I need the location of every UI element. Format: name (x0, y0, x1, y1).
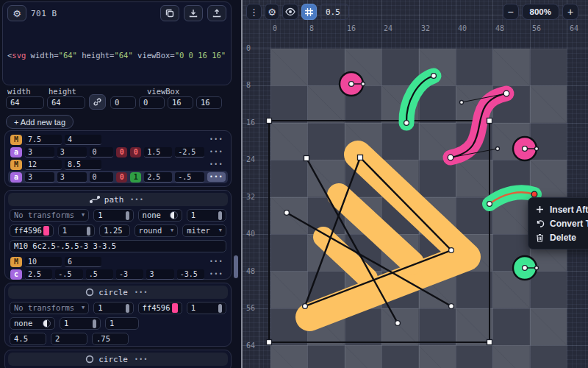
command-badge[interactable]: c (10, 269, 22, 280)
slider-knob[interactable] (126, 211, 129, 220)
command-arg[interactable]: -3 (116, 269, 143, 280)
menu-item-insert-after[interactable]: Insert After (535, 202, 588, 216)
row-menu-button[interactable] (207, 135, 226, 144)
section-menu-button[interactable] (132, 355, 151, 364)
slider-knob[interactable] (93, 319, 96, 328)
command-arg[interactable]: 1.5 (144, 147, 172, 158)
opacity-input[interactable]: 1 (93, 209, 133, 222)
command-arg[interactable]: 2.5 (144, 172, 172, 183)
more-options-button[interactable]: ⋮ (246, 4, 262, 20)
fill-opacity-input[interactable]: 1 (187, 209, 226, 222)
arc-flag[interactable]: 1 (130, 172, 141, 183)
arc-flag[interactable]: 0 (130, 147, 141, 158)
section-menu-button[interactable] (132, 288, 151, 297)
command-arg[interactable]: 3 (57, 172, 87, 183)
command-arg[interactable]: 0 (90, 172, 114, 183)
cy-input[interactable]: 2 (51, 333, 87, 345)
row-menu-button[interactable] (207, 269, 226, 279)
command-badge[interactable]: a (10, 147, 22, 158)
command-badge[interactable]: a (10, 172, 22, 183)
snap-grid-button[interactable] (301, 4, 317, 20)
command-arg[interactable]: 12 (25, 160, 62, 170)
stroke-opacity-input[interactable]: 1 (60, 317, 101, 330)
green-comma-path[interactable] (406, 76, 434, 123)
slider-knob[interactable] (218, 211, 222, 220)
stroke-width-input[interactable]: 1 (105, 317, 139, 330)
zoom-in-button[interactable]: + (562, 4, 578, 20)
command-row[interactable]: c 2.5 -.5 .5 -3 3 -3.5 (8, 268, 228, 280)
r-input[interactable]: .75 (92, 333, 129, 345)
command-arg[interactable]: .5 (86, 269, 113, 280)
viewbox-w-input[interactable]: 16 (168, 96, 193, 109)
height-input[interactable]: 64 (47, 96, 85, 109)
command-row[interactable]: M 12 8.5 (8, 158, 228, 171)
menu-item-convert-to[interactable]: Convert To (535, 216, 588, 230)
grid-size-input[interactable]: 0.5 (320, 4, 349, 20)
slider-knob[interactable] (126, 304, 129, 313)
fill-color-input[interactable]: ff4596 (138, 302, 182, 314)
zoom-level[interactable]: 800% (522, 4, 559, 20)
command-arg[interactable]: 10 (25, 257, 62, 267)
command-arg[interactable]: -3.5 (177, 269, 204, 280)
stroke-input[interactable]: none (10, 317, 55, 330)
circle-section-header[interactable]: circle (8, 286, 228, 299)
command-arg[interactable]: -.5 (175, 172, 204, 183)
settings-button[interactable]: ⚙ (7, 5, 26, 21)
command-arg[interactable]: 7.5 (25, 135, 62, 145)
command-arg[interactable]: 0 (90, 147, 114, 158)
slider-knob[interactable] (218, 304, 222, 313)
command-row[interactable]: a 3 3 0 0 0 1.5 -2.5 (8, 146, 228, 158)
command-row[interactable]: M 10 6 (8, 255, 228, 268)
stroke-color-input[interactable]: ff4596 (10, 224, 54, 237)
cx-input[interactable]: 4.5 (10, 333, 46, 345)
path-section-header[interactable]: path (8, 193, 228, 206)
command-badge[interactable]: M (10, 135, 22, 145)
command-arg[interactable]: -.5 (55, 269, 82, 280)
command-arg[interactable]: 3 (146, 269, 173, 280)
canvas-settings-button[interactable]: ⚙ (265, 4, 279, 20)
width-input[interactable]: 64 (6, 96, 44, 109)
fill-input[interactable]: none (138, 209, 182, 222)
selected-point-handle[interactable] (531, 191, 537, 197)
command-row-selected[interactable]: a 3 3 0 0 1 2.5 -.5 (8, 171, 228, 183)
command-arg[interactable]: 4 (65, 135, 101, 145)
command-arg[interactable]: 3 (57, 147, 87, 158)
command-arg[interactable]: 2.5 (25, 269, 52, 280)
row-menu-button[interactable] (207, 147, 226, 157)
color-swatch[interactable] (172, 303, 178, 313)
command-arg[interactable]: 3 (25, 147, 54, 158)
command-badge[interactable]: M (10, 160, 22, 170)
panel-scrollbar[interactable] (234, 255, 238, 278)
add-new-tag-button[interactable]: + Add new tag (6, 115, 74, 129)
link-dimensions-button[interactable] (89, 94, 106, 110)
color-swatch[interactable] (43, 226, 49, 236)
copy-button[interactable] (160, 5, 179, 21)
svg-canvas[interactable]: 0 8 16 24 32 40 48 56 64 0 8 16 24 32 40… (243, 0, 588, 368)
row-menu-button[interactable] (207, 257, 226, 266)
download-button[interactable] (184, 5, 203, 21)
arc-flag[interactable]: 0 (116, 147, 127, 158)
transforms-select[interactable]: No transforms▼ (10, 209, 89, 222)
upload-button[interactable] (207, 5, 226, 21)
viewbox-h-input[interactable]: 16 (196, 96, 222, 109)
command-arg[interactable]: 3 (25, 172, 54, 183)
stroke-width-input[interactable]: 1.25 (99, 224, 129, 237)
viewbox-y-input[interactable]: 0 (139, 96, 165, 109)
command-arg[interactable]: 6 (65, 257, 101, 267)
row-menu-button[interactable] (207, 172, 226, 182)
transforms-select[interactable]: No transforms▼ (10, 302, 89, 314)
arc-flag[interactable]: 0 (116, 172, 127, 183)
opacity-input[interactable]: 1 (93, 302, 133, 314)
command-arg[interactable]: -2.5 (175, 147, 204, 158)
preview-button[interactable] (282, 4, 298, 20)
command-badge[interactable]: M (10, 257, 22, 267)
code-editor[interactable]: <svg width="64" height="64" viewBox="0 0… (7, 24, 226, 85)
viewbox-x-input[interactable]: 0 (110, 96, 136, 109)
command-arg[interactable]: 8.5 (65, 160, 101, 170)
row-menu-button[interactable] (207, 160, 226, 169)
linejoin-select[interactable]: miter▼ (182, 224, 226, 237)
slider-knob[interactable] (87, 227, 90, 236)
zoom-out-button[interactable]: − (503, 4, 519, 20)
command-row[interactable]: M 7.5 4 (8, 133, 228, 146)
yellow-triangle-logo-path[interactable] (309, 155, 467, 317)
